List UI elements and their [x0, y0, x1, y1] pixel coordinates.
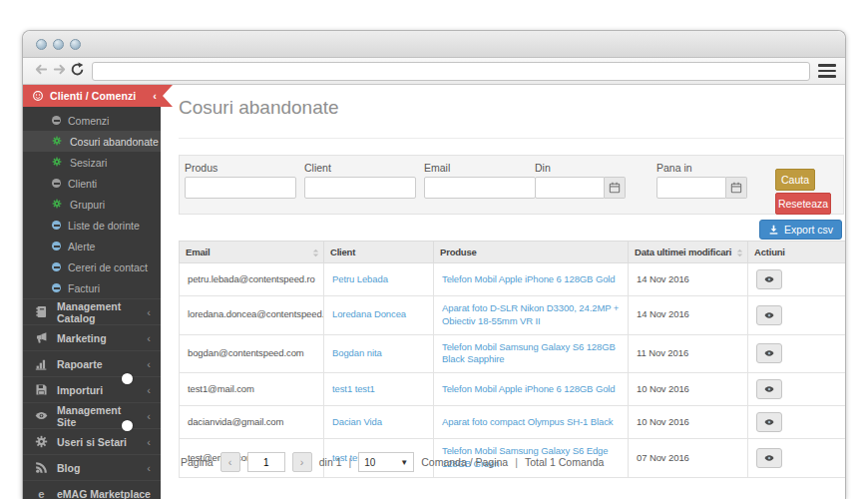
sidebar-section-rapoarte[interactable]: Rapoarte‹ [23, 350, 161, 376]
cell-actiuni [748, 439, 847, 478]
chevron-left-icon: ‹ [147, 384, 151, 396]
next-page-button[interactable]: › [292, 452, 312, 472]
column-header-actiuni: Actiuni [748, 242, 847, 263]
calendar-button[interactable] [605, 177, 626, 199]
filter-label: Din [535, 162, 626, 174]
menu-button[interactable] [818, 64, 836, 78]
view-cart-button[interactable] [756, 379, 782, 399]
sidebar-item-cereri-de-contact[interactable]: Cereri de contact [23, 256, 161, 277]
pagination-label: Pagina [181, 456, 214, 468]
client-input[interactable] [304, 177, 416, 199]
url-input[interactable] [92, 62, 810, 81]
sidebar-sections: Management Catalog‹Marketing‹Rapoarte‹Im… [23, 298, 161, 499]
back-button[interactable] [32, 62, 50, 80]
emag-icon: e [35, 487, 48, 499]
export-csv-button[interactable]: Export csv [759, 220, 842, 240]
column-header-label: Client [330, 247, 355, 257]
sidebar-section-marketing[interactable]: Marketing‹ [23, 324, 161, 350]
cell-data-modificare: 10 Nov 2016 [629, 406, 748, 439]
minus-circle-icon [52, 283, 61, 292]
sidebar-item-label: Alerte [68, 241, 95, 252]
sidebar-header-label: Clienti / Comenzi [50, 90, 136, 102]
reset-button[interactable]: Reseteaza [775, 193, 831, 215]
sidebar-section-blog[interactable]: Blog‹ [23, 454, 161, 480]
page-number-input[interactable] [247, 452, 285, 472]
view-cart-button[interactable] [756, 305, 782, 325]
sidebar-item-facturi[interactable]: Facturi [23, 277, 161, 298]
client-link[interactable]: Petru Lebada [332, 273, 388, 284]
cell-actiuni [748, 373, 847, 406]
divider [179, 138, 844, 139]
cell-produse: Telefon Mobil Apple iPhone 6 128GB Gold [434, 263, 629, 296]
cogs-icon [52, 157, 63, 168]
sidebar-item-sesizari[interactable]: Sesizari [23, 152, 161, 173]
sidebar-section-label: Rapoarte [57, 358, 103, 370]
sidebar-item-comenzi[interactable]: Comenzi [23, 110, 161, 131]
sidebar-item-grupuri[interactable]: Grupuri [23, 194, 161, 215]
filter-panel: Cauta Reseteaza ProdusClientEmailDinPana… [179, 155, 844, 215]
product-link[interactable]: Telefon Mobil Apple iPhone 6 128GB Gold [442, 383, 616, 394]
search-button[interactable]: Cauta [775, 169, 815, 191]
client-link[interactable]: Loredana Doncea [332, 308, 406, 319]
forward-button[interactable] [50, 62, 68, 80]
client-link[interactable]: Dacian Vida [332, 416, 382, 427]
client-link[interactable]: test1 test1 [332, 383, 375, 394]
cell-email: loredana.doncea@contentspeed.ro [180, 296, 324, 335]
back-arrow-icon [34, 62, 49, 81]
sidebar-section-management-catalog[interactable]: Management Catalog‹ [23, 298, 161, 324]
sidebar-section-management-site[interactable]: Management Site‹ [23, 402, 161, 428]
cell-actiuni [748, 334, 847, 373]
window-titlebar [23, 31, 845, 58]
chevron-left-icon: ‹ [147, 332, 151, 344]
sidebar-item-cosuri-abandonate[interactable]: Cosuri abandonate [23, 131, 161, 152]
din-input[interactable] [535, 177, 605, 199]
window-control-button[interactable] [70, 39, 81, 50]
client-link[interactable]: Bogdan nita [332, 347, 382, 358]
view-cart-button[interactable] [756, 343, 782, 363]
sidebar-section-emag-marketplace[interactable]: eeMAG Marketplace [23, 480, 161, 499]
download-icon [768, 225, 779, 236]
column-header-data-ultimei-modificari[interactable]: Data ultimei modificari [629, 242, 748, 263]
chevron-left-icon: ‹ [147, 306, 151, 318]
table-row: test1@mail.comtest1 test1Telefon Mobil A… [180, 373, 847, 406]
page-title: Cosuri abandonate [179, 97, 339, 119]
sidebar-item-label: Clienti [68, 178, 97, 190]
produs-input[interactable] [185, 177, 296, 199]
calendar-button[interactable] [726, 177, 747, 199]
per-page-select[interactable]: 10 ▼ [358, 452, 414, 472]
refresh-button[interactable] [68, 62, 86, 80]
product-link[interactable]: Telefon Mobil Samsung Galaxy S6 128GB Bl… [442, 341, 616, 365]
table-row: dacianvida@gmail.comDacian VidaAparat fo… [180, 406, 847, 439]
cell-client: Bogdan nita [324, 334, 434, 373]
sidebar-section-useri-si-setari[interactable]: Useri si Setari‹ [23, 428, 161, 454]
sidebar-section-clienti-comenzi[interactable]: Clienti / Comenzi ‹ [23, 85, 173, 107]
column-header-email[interactable]: Email [180, 242, 324, 263]
view-cart-button[interactable] [756, 412, 782, 432]
prev-page-button[interactable]: ‹ [220, 452, 240, 472]
view-cart-button[interactable] [756, 448, 782, 468]
cell-data-modificare: 10 Nov 2016 [629, 373, 748, 406]
cell-email: bogdan@contentspeed.com [180, 334, 324, 373]
click-indicator-dot [122, 373, 133, 384]
minus-circle-icon [52, 262, 61, 271]
view-cart-button[interactable] [756, 269, 782, 289]
window-control-button[interactable] [36, 39, 47, 50]
window-control-button[interactable] [53, 39, 64, 50]
sidebar-item-liste-de-dorinte[interactable]: Liste de dorinte [23, 215, 161, 236]
email-input[interactable] [424, 177, 536, 199]
sidebar-section-importuri[interactable]: Importuri‹ [23, 376, 161, 402]
pana-in-input[interactable] [656, 177, 726, 199]
cell-produse: Telefon Mobil Samsung Galaxy S6 128GB Bl… [434, 334, 629, 373]
product-link[interactable]: Aparat foto D-SLR Nikon D3300, 24.2MP + … [442, 302, 619, 326]
cell-client: Petru Lebada [324, 263, 434, 296]
sidebar-item-label: Grupuri [70, 199, 105, 211]
eye-icon [762, 273, 776, 285]
sidebar-item-clienti[interactable]: Clienti [23, 173, 161, 194]
sidebar-item-alerte[interactable]: Alerte [23, 236, 161, 256]
product-link[interactable]: Telefon Mobil Apple iPhone 6 128GB Gold [442, 273, 616, 284]
product-link[interactable]: Aparat foto compact Olympus SH-1 Black [442, 416, 614, 427]
click-indicator-dot [122, 420, 133, 431]
calendar-icon [730, 182, 742, 194]
users-circle-icon [32, 90, 44, 102]
column-header-label: Produse [440, 247, 477, 257]
